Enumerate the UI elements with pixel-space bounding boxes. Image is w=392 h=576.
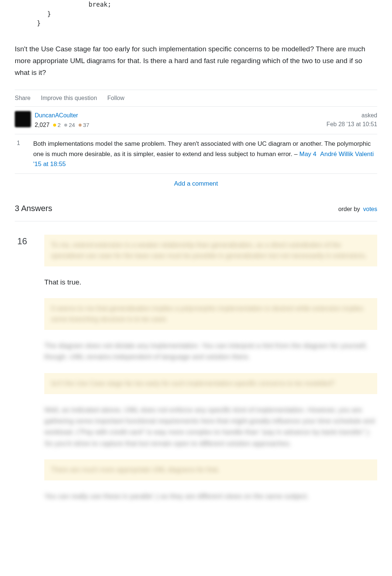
order-by: order by votes xyxy=(338,205,377,214)
comment-author-link[interactable]: André Willik Valenti xyxy=(320,151,374,158)
vote-column: 16 xyxy=(15,235,30,512)
answer-paragraph: You can really use these in parallel :) … xyxy=(44,491,377,502)
silver-badge: 24 xyxy=(64,121,75,130)
bronze-badge: 37 xyxy=(79,121,89,130)
reputation: 2,027 xyxy=(35,121,49,130)
quote: To me, extend-extension is a weaker rela… xyxy=(44,235,377,266)
answers-count: 3 Answers xyxy=(15,202,52,214)
answer: 16 To me, extend-extension is a weaker r… xyxy=(15,221,377,512)
quote: It seems to me that generalisation impli… xyxy=(44,298,377,330)
code-line: break; xyxy=(15,0,111,10)
answer-paragraph: Well, as indicated above, UML does not e… xyxy=(44,404,377,449)
add-comment-row: Add a comment xyxy=(15,174,377,196)
answers-header: 3 Answers order by votes xyxy=(15,198,377,221)
improve-question-link[interactable]: Improve this question xyxy=(41,94,97,103)
code-line: } xyxy=(15,19,41,28)
silver-dot-icon xyxy=(64,124,67,127)
follow-link[interactable]: Follow xyxy=(107,94,124,103)
comment-body: Both implementations model the same prob… xyxy=(33,139,377,169)
answer-votes: 16 xyxy=(15,235,30,248)
question-body: Isn't the Use Case stage far too early f… xyxy=(15,43,377,79)
gold-dot-icon xyxy=(53,124,56,127)
author-row: DuncanACoulter 2,027 2 24 37 asked Feb 2… xyxy=(15,107,377,134)
quote: Isn't the Use Case stage far too early f… xyxy=(44,373,377,394)
asked-date: Feb 28 '13 at 10:51 xyxy=(327,120,377,129)
author-card: DuncanACoulter 2,027 2 24 37 xyxy=(15,111,89,130)
answer-paragraph: That is true. xyxy=(44,277,377,288)
author-link[interactable]: DuncanACoulter xyxy=(35,112,78,118)
comment: 1 Both implementations model the same pr… xyxy=(15,134,377,174)
bronze-dot-icon xyxy=(79,124,82,127)
code-block: break; } } xyxy=(15,0,377,28)
asked-label: asked xyxy=(327,111,377,120)
gold-badge: 2 xyxy=(53,121,61,130)
avatar[interactable] xyxy=(15,111,31,127)
add-comment-link[interactable]: Add a comment xyxy=(174,180,218,187)
order-by-label: order by xyxy=(338,206,360,212)
code-line: } xyxy=(15,10,51,19)
order-by-votes[interactable]: votes xyxy=(363,206,377,212)
answer-body: To me, extend-extension is a weaker rela… xyxy=(44,235,377,512)
answer-paragraph: The diagram does not dictate any impleme… xyxy=(44,340,377,363)
author-stats: 2,027 2 24 37 xyxy=(35,121,89,130)
quote: There are much more appropriate UML diag… xyxy=(44,459,377,480)
share-link[interactable]: Share xyxy=(15,94,31,103)
comment-votes: 1 xyxy=(15,139,22,169)
post-actions-bar: Share Improve this question Follow xyxy=(15,90,377,107)
asked-info: asked Feb 28 '13 at 10:51 xyxy=(327,111,377,129)
